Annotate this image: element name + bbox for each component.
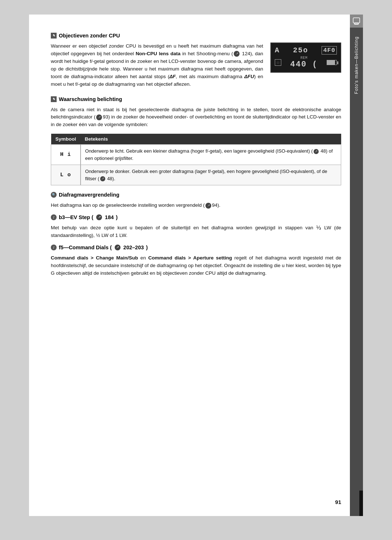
cam-a-label: A [275, 46, 279, 55]
lock-para: Het diafragma kan op de geselecteerde in… [51, 202, 341, 209]
cpu-lens-body: A 25o 4F0 □ REM 440 ( [51, 43, 341, 90]
page-content: Foto's maken—Belichting ✎ Objectieven zo… [29, 15, 363, 516]
camera-display: A 25o 4F0 □ REM 440 ( [270, 43, 341, 73]
f5-section: ƒ f5—Command Dials (↗202–203) Command di… [51, 245, 341, 277]
table-col1-header: Symbool [51, 134, 81, 145]
side-tab-label: Foto's maken—Belichting [354, 36, 359, 94]
cpu-lens-title: Objectieven zonder CPU [59, 33, 120, 39]
b3-section: ƒ b3—EV Step (↗184) Met behulp van deze … [51, 214, 341, 239]
symbol-table: Symbool Betekenis H iOnderwerp te licht.… [51, 134, 341, 185]
warning-pencil-icon: ✎ [51, 96, 57, 102]
warning-para: Als de camera niet in staat is bij het g… [51, 106, 341, 129]
warning-title: Waarschuwing belichting [59, 96, 122, 102]
cam-battery [327, 60, 337, 65]
page-ref-icon-184: ↗ [96, 214, 102, 220]
page-number: 91 [335, 499, 341, 505]
side-tab-icon [350, 15, 363, 28]
b3-title: b3—EV Step (↗184) [59, 214, 118, 220]
page-ref-icon-94: ↗ [205, 203, 211, 209]
b3-icon: ƒ [51, 214, 57, 220]
f5-title: f5—Command Dials (↗202–203) [59, 245, 148, 250]
cpu-lens-section: ✎ Objectieven zonder CPU A 25o 4F0 □ [51, 33, 341, 90]
page-ref-icon-124: ↗ [234, 51, 240, 57]
page-ref-icon-93: ↗ [96, 114, 102, 120]
f5-para: Command dials > Change Main/Sub en Comma… [51, 254, 341, 277]
table-meaning-1: Onderwerp te donker. Gebruik een groter … [81, 165, 341, 185]
cam-aperture-value: 25o [293, 46, 308, 55]
page-ref-icon-202: ↗ [115, 245, 121, 250]
cam-left-icons: □ [275, 59, 281, 66]
table-symbol-0: H i [51, 145, 81, 165]
f5-icon: ƒ [51, 245, 57, 250]
table-symbol-1: L o [51, 165, 81, 185]
lock-title: Diafragmavergrendeling [59, 192, 119, 198]
warning-section: ✎ Waarschuwing belichting Als de camera … [51, 96, 341, 186]
table-col2-header: Betekenis [81, 134, 341, 145]
b3-para: Met behulp van deze optie kunt u bepalen… [51, 224, 341, 239]
svg-rect-0 [353, 18, 360, 23]
cam-rem-group: REM 440 ( [290, 56, 318, 69]
cam-small-icon: □ [275, 59, 281, 66]
table-meaning-0: Onderwerp te licht. Gebruik een kleiner … [81, 145, 341, 165]
cam-aperture-display: 4F0 [322, 46, 337, 55]
side-tab: Foto's maken—Belichting [350, 15, 363, 516]
pencil-icon: ✎ [51, 33, 57, 39]
lock-icon: 🔍 [51, 192, 57, 198]
cam-battery-fill [327, 60, 335, 65]
lock-section: 🔍 Diafragmavergrendeling Het diafragma k… [51, 192, 341, 209]
side-tab-bottom-bar [359, 491, 363, 516]
